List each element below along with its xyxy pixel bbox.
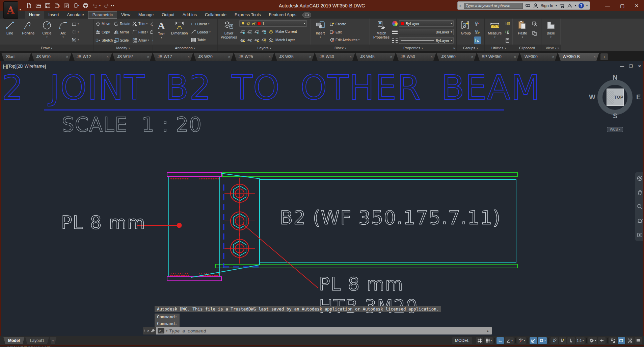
qat-customize-dropdown[interactable]: ▾ bbox=[113, 4, 114, 7]
group-edit-button[interactable] bbox=[474, 28, 481, 36]
orbit-icon[interactable] bbox=[637, 218, 643, 224]
viewcube-north[interactable]: N bbox=[613, 74, 617, 81]
panel-label-block[interactable]: Block▾ bbox=[311, 45, 370, 51]
close-tab-icon[interactable]: × bbox=[269, 55, 271, 59]
viewcube-top-face[interactable]: TOP bbox=[607, 89, 624, 106]
isometric-drafting-toggle[interactable]: ▾ bbox=[517, 337, 526, 344]
model-tab[interactable]: Model bbox=[3, 337, 25, 344]
leader-dropdown[interactable]: ▾ bbox=[209, 31, 211, 33]
group-button[interactable]: Group bbox=[458, 19, 474, 45]
panel-label-groups[interactable]: Groups▾ bbox=[457, 45, 484, 51]
rotate-button[interactable]: Rotate bbox=[113, 20, 131, 27]
linear-button[interactable]: Linear▾ bbox=[190, 20, 216, 28]
model-space-indicator[interactable]: MODEL bbox=[452, 337, 472, 344]
layer-freeze-icon[interactable] bbox=[254, 29, 259, 34]
store-cart-icon[interactable] bbox=[559, 3, 565, 8]
doc-restore-button[interactable]: ❐ bbox=[629, 64, 633, 68]
color-wheel-icon[interactable] bbox=[392, 21, 398, 26]
command-recent-dropdown[interactable]: ▾ bbox=[166, 329, 167, 332]
close-tab-icon[interactable]: × bbox=[431, 55, 433, 59]
text-dropdown[interactable]: ▾ bbox=[161, 36, 162, 39]
minimize-button[interactable]: — bbox=[605, 3, 610, 8]
base-dropdown[interactable]: ▾ bbox=[550, 36, 552, 39]
close-tab-icon[interactable]: × bbox=[471, 55, 473, 59]
panel-label-properties[interactable]: Properties▾» bbox=[370, 45, 456, 51]
search-input[interactable] bbox=[464, 3, 523, 9]
cut-button[interactable] bbox=[531, 20, 538, 27]
ellipse-button[interactable]: ▾ bbox=[71, 28, 88, 36]
dimension-button[interactable]: Dimension bbox=[169, 19, 190, 45]
file-tab-jsw40[interactable]: JS-W40× bbox=[315, 53, 355, 61]
object-snap-tracking-toggle[interactable] bbox=[530, 337, 537, 344]
redo-dropdown[interactable]: ▾ bbox=[111, 4, 112, 7]
help-icon[interactable]: ? bbox=[579, 3, 584, 8]
linetype-combo[interactable]: ByLayer▾ bbox=[399, 37, 454, 44]
layer-unisolate-icon[interactable] bbox=[247, 29, 252, 34]
print-button[interactable] bbox=[82, 2, 89, 9]
file-tab-jsw10[interactable]: JS-W10× bbox=[31, 53, 72, 61]
linear-dropdown[interactable]: ▾ bbox=[208, 23, 210, 25]
command-bar-grip[interactable] bbox=[144, 328, 145, 333]
file-tab-jsw17[interactable]: JS-W17× bbox=[153, 53, 193, 61]
scale-button[interactable]: Scale bbox=[113, 36, 131, 44]
quick-calculator-button[interactable] bbox=[504, 36, 511, 44]
fillet-dropdown[interactable]: ▾ bbox=[147, 31, 148, 33]
copy-clip-button[interactable] bbox=[531, 29, 538, 37]
close-tab-icon[interactable]: × bbox=[66, 55, 68, 59]
doc-minimize-button[interactable]: — bbox=[620, 64, 624, 68]
offset-button[interactable] bbox=[149, 36, 153, 44]
copy-button[interactable]: Copy bbox=[95, 28, 112, 36]
file-tab-jsw35[interactable]: JS-W35× bbox=[274, 53, 315, 61]
tab-express-tools[interactable]: Express Tools bbox=[231, 11, 265, 19]
edit-attributes-dropdown[interactable]: ▾ bbox=[358, 39, 360, 41]
new-button[interactable] bbox=[25, 2, 32, 9]
group-selection-toggle[interactable] bbox=[474, 36, 481, 44]
select-similar-button[interactable] bbox=[504, 28, 511, 36]
close-tab-icon[interactable]: × bbox=[188, 55, 190, 59]
properties-dialog-launcher-icon[interactable]: » bbox=[453, 46, 455, 50]
wcs-dropdown[interactable]: WCS▾ bbox=[607, 127, 623, 132]
grid-toggle[interactable] bbox=[476, 337, 483, 344]
block-edit-button[interactable]: Edit bbox=[329, 28, 367, 36]
snap-toggle[interactable]: ▾ bbox=[484, 337, 493, 344]
infocenter-caret-icon[interactable]: ▸ bbox=[460, 4, 461, 7]
save-button[interactable] bbox=[44, 2, 51, 9]
layer-thaw-icon[interactable] bbox=[254, 38, 259, 43]
nav-wheel-icon[interactable] bbox=[637, 175, 643, 181]
close-button[interactable]: ✕ bbox=[635, 3, 639, 8]
customization-menu-button[interactable] bbox=[635, 337, 642, 344]
make-current-button[interactable]: Make Current bbox=[275, 29, 297, 33]
tab-annotate[interactable]: Annotate bbox=[63, 11, 88, 19]
osnap-dropdown[interactable]: ▾ bbox=[544, 339, 546, 342]
mirror-button[interactable]: Mirror bbox=[113, 28, 131, 36]
viewcube-west[interactable]: W bbox=[589, 93, 595, 101]
base-button[interactable]: Base▾ bbox=[543, 19, 559, 45]
layer-isolate-icon[interactable] bbox=[240, 29, 245, 34]
close-tab-icon[interactable]: × bbox=[107, 55, 109, 59]
maximize-button[interactable]: ▢ bbox=[620, 3, 624, 8]
annotation-visibility-toggle[interactable] bbox=[551, 337, 558, 344]
file-tab-jsw60[interactable]: JS-W60× bbox=[436, 53, 477, 61]
redo-button[interactable] bbox=[103, 2, 110, 9]
panel-label-layers[interactable]: Layers▾ bbox=[218, 45, 311, 51]
open-button[interactable] bbox=[34, 2, 42, 9]
array-button[interactable]: Array▾ bbox=[132, 36, 149, 44]
layer-lock-icon[interactable] bbox=[261, 29, 266, 34]
leader-button[interactable]: Leader▾ bbox=[190, 28, 216, 36]
match-properties-button[interactable]: Match Properties bbox=[371, 19, 392, 45]
close-tab-icon[interactable]: × bbox=[350, 55, 352, 59]
linetype-icon[interactable] bbox=[392, 39, 398, 43]
layer-unlock2-icon[interactable] bbox=[261, 38, 266, 43]
navigation-bar[interactable] bbox=[635, 172, 644, 241]
measure-dropdown[interactable]: ▾ bbox=[494, 36, 495, 39]
undo-dropdown[interactable]: ▾ bbox=[99, 4, 101, 7]
close-tab-icon[interactable]: × bbox=[552, 55, 554, 59]
trim-dropdown[interactable]: ▾ bbox=[146, 22, 148, 25]
close-tab-icon[interactable]: × bbox=[309, 55, 311, 59]
file-tab-jsw50[interactable]: JS-W50× bbox=[396, 53, 436, 61]
close-tab-icon[interactable]: × bbox=[514, 55, 516, 59]
drawing-canvas[interactable]: [-][Top][2D Wireframe] — ❐ ✕ 2 JOINT B2 … bbox=[0, 61, 644, 336]
arc-dropdown[interactable]: ▾ bbox=[62, 36, 64, 39]
app-menu-button[interactable]: A bbox=[3, 1, 18, 19]
file-tab-jsw25[interactable]: JS-W25× bbox=[234, 53, 274, 61]
